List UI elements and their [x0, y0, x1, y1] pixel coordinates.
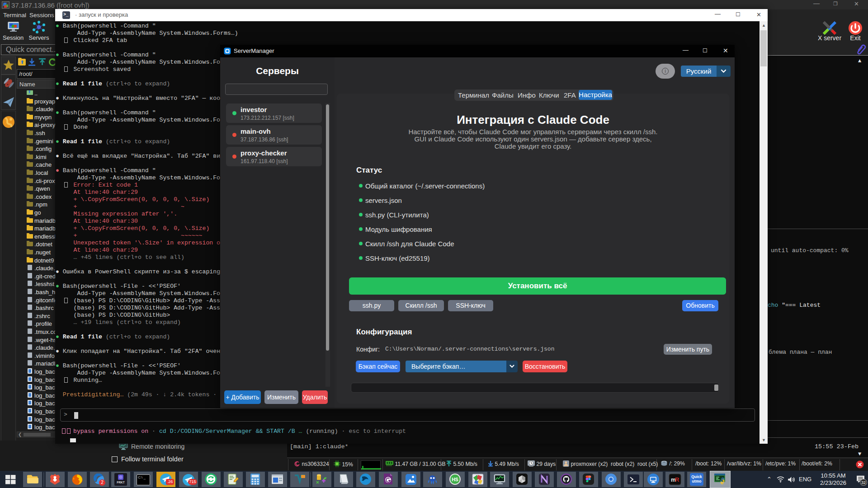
- svg-text:HS: HS: [452, 477, 458, 482]
- svg-text:R: R: [675, 476, 679, 483]
